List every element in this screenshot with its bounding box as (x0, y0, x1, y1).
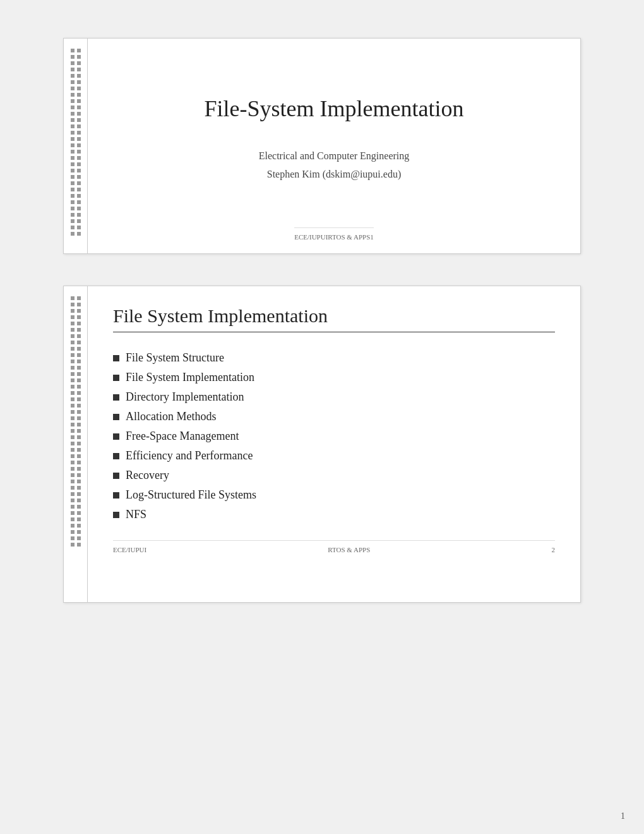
slide-1-footer: ECE/IUPUI RTOS & APPS 1 (294, 227, 374, 241)
page-number: 1 (621, 811, 625, 821)
bullet-text-3: Allocation Methods (126, 410, 216, 423)
decorative-dots-1 (71, 44, 81, 236)
bullet-text-8: NFS (126, 508, 146, 521)
bullet-square-5 (113, 453, 119, 459)
bullet-text-2: Directory Implementation (126, 390, 244, 404)
bullet-item-0: File System Structure (113, 351, 555, 365)
slide-1-subtitle: Electrical and Computer Engineering Step… (259, 147, 410, 184)
bullet-square-4 (113, 433, 119, 440)
footer-right-1: 1 (370, 233, 374, 241)
bullet-text-1: File System Implementation (126, 371, 254, 384)
slide-2-footer: ECE/IUPUI RTOS & APPS 2 (113, 540, 555, 553)
bullet-text-5: Efficiency and Performance (126, 449, 253, 462)
bullet-square-8 (113, 512, 119, 518)
bullet-text-7: Log-Structured File Systems (126, 488, 256, 502)
footer-center-2: RTOS & APPS (328, 546, 370, 553)
bullet-square-1 (113, 375, 119, 381)
bullet-item-5: Efficiency and Performance (113, 449, 555, 462)
bullet-square-6 (113, 473, 119, 479)
bullet-text-6: Recovery (126, 469, 169, 482)
footer-right-2: 2 (552, 546, 556, 553)
bullet-text-0: File System Structure (126, 351, 224, 365)
slide-2-bullet-list: File System StructureFile System Impleme… (113, 351, 555, 528)
footer-center-1: RTOS & APPS (328, 233, 370, 241)
bullet-item-2: Directory Implementation (113, 390, 555, 404)
bullet-item-8: NFS (113, 508, 555, 521)
bullet-square-3 (113, 414, 119, 420)
bullet-item-7: Log-Structured File Systems (113, 488, 555, 502)
bullet-square-7 (113, 492, 119, 499)
bullet-square-2 (113, 394, 119, 401)
slide-2-content: File System Implementation File System S… (88, 286, 580, 602)
slide-2-left-border (64, 286, 88, 602)
footer-left-1: ECE/IUPUI (294, 233, 328, 241)
bullet-square-0 (113, 355, 119, 361)
slide-2-title: File System Implementation (113, 305, 555, 332)
slide-1-left-border (64, 39, 88, 253)
slide-1-title: File-System Implementation (205, 95, 464, 122)
bullet-text-4: Free-Space Management (126, 430, 239, 443)
slide-1-content: File-System Implementation Electrical an… (88, 39, 580, 253)
slide-2: File System Implementation File System S… (63, 286, 581, 603)
decorative-dots-2 (71, 291, 81, 547)
bullet-item-6: Recovery (113, 469, 555, 482)
subtitle-line-2: Stephen Kim (dskim@iupui.edu) (259, 166, 410, 184)
footer-left-2: ECE/IUPUI (113, 546, 146, 553)
slide-1: File-System Implementation Electrical an… (63, 38, 581, 254)
bullet-item-3: Allocation Methods (113, 410, 555, 423)
bullet-item-4: Free-Space Management (113, 430, 555, 443)
subtitle-line-1: Electrical and Computer Engineering (259, 147, 410, 166)
bullet-item-1: File System Implementation (113, 371, 555, 384)
